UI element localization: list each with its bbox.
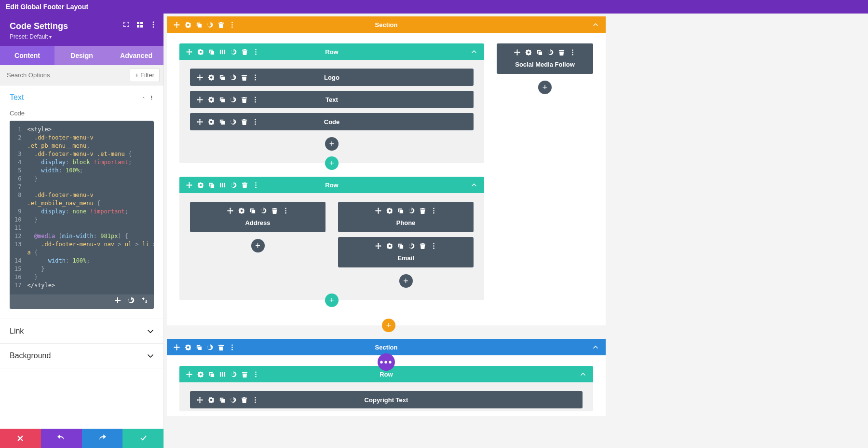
gear-icon[interactable]: [386, 208, 393, 214]
duplicate-icon[interactable]: [208, 371, 215, 378]
accordion-background-header[interactable]: Background: [0, 344, 163, 368]
undo-button[interactable]: [41, 429, 82, 448]
power-icon[interactable]: [207, 344, 213, 350]
duplicate-icon[interactable]: [397, 208, 404, 214]
power-icon[interactable]: [230, 97, 236, 103]
trash-icon[interactable]: [241, 119, 247, 125]
preset-selector[interactable]: Preset: Default: [10, 33, 154, 40]
gear-icon[interactable]: [197, 371, 203, 378]
more-icon[interactable]: [229, 344, 235, 350]
move-icon[interactable]: [197, 119, 203, 125]
trash-icon[interactable]: [558, 49, 565, 56]
more-icon[interactable]: [253, 182, 259, 188]
close-button[interactable]: [0, 429, 41, 448]
duplicate-icon[interactable]: [536, 49, 542, 56]
more-icon[interactable]: [431, 243, 437, 249]
trash-icon[interactable]: [242, 49, 248, 55]
duplicate-icon[interactable]: [219, 119, 225, 125]
duplicate-icon[interactable]: [208, 182, 215, 188]
module-phone[interactable]: Phone: [338, 202, 474, 232]
duplicate-icon[interactable]: [219, 397, 225, 403]
gear-icon[interactable]: [197, 49, 203, 55]
duplicate-icon[interactable]: [208, 49, 215, 55]
module-social[interactable]: Social Media Follow: [497, 43, 593, 74]
tab-design[interactable]: Design: [54, 46, 109, 65]
code-add-icon[interactable]: [114, 297, 121, 306]
gear-icon[interactable]: [208, 97, 214, 103]
move-icon[interactable]: [186, 49, 192, 55]
power-icon[interactable]: [408, 208, 415, 214]
more-icon[interactable]: [252, 119, 258, 125]
columns-icon[interactable]: [219, 182, 226, 188]
more-icon[interactable]: [431, 208, 437, 214]
gear-icon[interactable]: [197, 182, 203, 188]
add-row-button[interactable]: +: [325, 156, 339, 170]
power-icon[interactable]: [547, 49, 554, 56]
columns-icon[interactable]: [219, 371, 226, 378]
expand-icon[interactable]: [123, 21, 130, 28]
add-section-button[interactable]: +: [382, 319, 395, 332]
gear-icon[interactable]: [525, 49, 531, 56]
more-fab-button[interactable]: •••: [378, 353, 395, 371]
trash-icon[interactable]: [241, 74, 247, 81]
power-icon[interactable]: [231, 371, 237, 378]
search-input[interactable]: [0, 66, 126, 84]
collapse-icon[interactable]: [580, 370, 586, 378]
trash-icon[interactable]: [241, 97, 247, 103]
tab-content[interactable]: Content: [0, 46, 54, 65]
trash-icon[interactable]: [218, 22, 224, 28]
duplicate-icon[interactable]: [219, 97, 225, 103]
add-module-button[interactable]: +: [538, 81, 552, 94]
move-icon[interactable]: [197, 397, 203, 403]
power-icon[interactable]: [231, 49, 237, 55]
redo-button[interactable]: [82, 429, 123, 448]
move-icon[interactable]: [186, 371, 192, 378]
more-icon[interactable]: [253, 371, 259, 378]
trash-icon[interactable]: [242, 371, 248, 378]
move-icon[interactable]: [197, 74, 203, 81]
power-icon[interactable]: [230, 74, 236, 81]
module-text[interactable]: Text: [190, 91, 474, 108]
more-icon[interactable]: [252, 74, 258, 81]
gear-icon[interactable]: [208, 397, 214, 403]
accordion-link-header[interactable]: Link: [0, 319, 163, 343]
move-icon[interactable]: [174, 22, 180, 28]
power-icon[interactable]: [230, 119, 236, 125]
power-icon[interactable]: [207, 22, 213, 28]
power-icon[interactable]: [408, 243, 415, 249]
move-icon[interactable]: [186, 182, 192, 188]
trash-icon[interactable]: [420, 243, 426, 249]
section-bar[interactable]: Section: [167, 339, 606, 355]
module-email[interactable]: Email: [338, 237, 474, 267]
section-bar[interactable]: Section: [167, 16, 606, 33]
move-icon[interactable]: [514, 49, 520, 56]
trash-icon[interactable]: [241, 397, 247, 403]
tab-advanced[interactable]: Advanced: [109, 46, 163, 65]
gear-icon[interactable]: [185, 22, 191, 28]
code-sort-icon[interactable]: [141, 297, 148, 306]
collapse-icon[interactable]: [592, 21, 599, 29]
module-logo[interactable]: Logo: [190, 69, 474, 86]
grid-icon[interactable]: [136, 21, 143, 28]
more-icon[interactable]: [570, 49, 576, 56]
row-bar[interactable]: Row: [179, 177, 484, 193]
gear-icon[interactable]: [185, 344, 191, 350]
code-content[interactable]: <style> .dd-footer-menu-v .et_pb_menu__m…: [25, 121, 154, 294]
row-bar[interactable]: Row: [179, 43, 484, 60]
code-power-icon[interactable]: [128, 297, 135, 306]
more-icon[interactable]: [149, 96, 154, 100]
add-module-button[interactable]: +: [399, 274, 413, 288]
collapse-icon[interactable]: [471, 48, 477, 56]
trash-icon[interactable]: [420, 208, 426, 214]
more-icon[interactable]: [252, 397, 258, 403]
gear-icon[interactable]: [208, 119, 214, 125]
more-icon[interactable]: [252, 97, 258, 103]
duplicate-icon[interactable]: [196, 22, 202, 28]
duplicate-icon[interactable]: [196, 344, 202, 350]
duplicate-icon[interactable]: [397, 243, 404, 249]
gear-icon[interactable]: [386, 243, 393, 249]
gear-icon[interactable]: [208, 74, 214, 81]
code-editor[interactable]: 1234567891011121314151617 <style> .dd-fo…: [10, 121, 154, 309]
more-icon[interactable]: [283, 208, 289, 214]
accordion-text-header[interactable]: Text: [0, 85, 163, 110]
